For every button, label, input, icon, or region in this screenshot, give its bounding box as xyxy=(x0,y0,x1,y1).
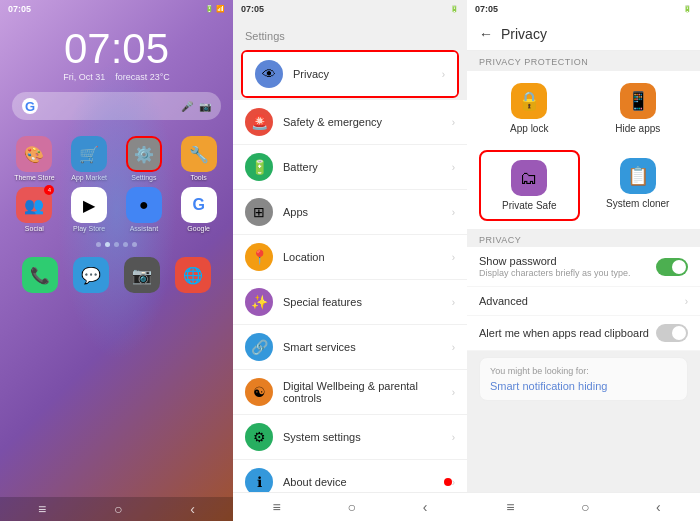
settings-safety-item[interactable]: 🚨 Safety & emergency › xyxy=(233,100,467,145)
battery-text: Battery xyxy=(283,161,452,173)
about-text: About device xyxy=(283,476,444,488)
camera-icon: 📷 xyxy=(124,257,160,293)
settings-digital-item[interactable]: ☯ Digital Wellbeing & parental controls … xyxy=(233,370,467,415)
smart-text: Smart services xyxy=(283,341,452,353)
dock-browser[interactable]: 🌐 xyxy=(175,257,211,293)
nav-back[interactable]: ‹ xyxy=(190,501,195,517)
settings-nav-home[interactable]: ○ xyxy=(348,499,356,515)
back-button[interactable]: ← xyxy=(479,26,493,42)
settings-nav: ≡ ○ ‹ xyxy=(233,492,467,521)
show-password-title: Show password xyxy=(479,255,656,267)
settings-special-item[interactable]: ✨ Special features › xyxy=(233,280,467,325)
dock-phone[interactable]: 📞 xyxy=(22,257,58,293)
home-screen: 07:05 🔋 📶 07:05 Fri, Oct 31 forecast 23°… xyxy=(0,0,233,521)
dock-camera[interactable]: 📷 xyxy=(124,257,160,293)
settings-title: Settings xyxy=(245,30,285,42)
settings-header: Settings xyxy=(233,18,467,48)
browser-icon: 🌐 xyxy=(175,257,211,293)
advanced-item[interactable]: Advanced › xyxy=(467,287,700,316)
social-badge: 4 xyxy=(44,185,54,195)
settings-nav-menu[interactable]: ≡ xyxy=(272,499,280,515)
privacy-nav-back[interactable]: ‹ xyxy=(656,499,661,515)
app-google[interactable]: G Google xyxy=(174,187,223,232)
privacy-nav-home[interactable]: ○ xyxy=(581,499,589,515)
privacy-nav: ≡ ○ ‹ xyxy=(467,492,700,521)
privacy-status-time: 07:05 xyxy=(475,4,498,14)
privacy-screen-title: Privacy xyxy=(501,26,547,42)
privacy-highlight-border: 👁 Privacy › xyxy=(241,50,459,98)
system-cloner-card[interactable]: 📋 System cloner xyxy=(588,150,689,221)
privacy-nav-menu[interactable]: ≡ xyxy=(506,499,514,515)
app-app-market[interactable]: 🛒 App Market xyxy=(65,136,114,181)
settings-smart-item[interactable]: 🔗 Smart services › xyxy=(233,325,467,370)
digital-arrow: › xyxy=(452,387,455,398)
app-theme-store[interactable]: 🎨 Theme Store xyxy=(10,136,59,181)
settings-screen: 07:05 🔋 Settings 👁 Privacy › 🚨 Safety & … xyxy=(233,0,467,521)
tools-icon: 🔧 xyxy=(181,136,217,172)
apps-arrow: › xyxy=(452,207,455,218)
location-text: Location xyxy=(283,251,452,263)
smart-arrow: › xyxy=(452,342,455,353)
settings-privacy-item[interactable]: 👁 Privacy › xyxy=(243,52,457,96)
app-tools[interactable]: 🔧 Tools xyxy=(174,136,223,181)
looking-for-section: You might be looking for: Smart notifica… xyxy=(479,357,688,401)
looking-for-item[interactable]: Smart notification hiding xyxy=(490,380,677,392)
app-social[interactable]: 👥 4 Social xyxy=(10,187,59,232)
looking-for-title: You might be looking for: xyxy=(490,366,677,376)
settings-status-icons: 🔋 xyxy=(450,5,459,13)
nav-home[interactable]: ○ xyxy=(114,501,122,517)
app-settings[interactable]: ⚙️ Settings xyxy=(120,136,169,181)
settings-system-item[interactable]: ⚙ System settings › xyxy=(233,415,467,460)
settings-apps-item[interactable]: ⊞ Apps › xyxy=(233,190,467,235)
settings-about-item[interactable]: ℹ About device › xyxy=(233,460,467,492)
hide-apps-card[interactable]: 📱 Hide apps xyxy=(588,75,689,142)
theme-store-icon: 🎨 xyxy=(16,136,52,172)
mic-icon[interactable]: 🎤 xyxy=(181,101,193,112)
show-password-toggle[interactable] xyxy=(656,258,688,276)
privacy-status-icons: 🔋 xyxy=(683,5,692,13)
google-g: G xyxy=(22,98,38,114)
app-market-label: App Market xyxy=(71,174,107,181)
privacy-section-label: PRIVACY xyxy=(467,229,700,247)
about-icon: ℹ xyxy=(245,468,273,492)
privacy-arrow: › xyxy=(442,69,445,80)
privacy-header: ← Privacy xyxy=(467,18,700,51)
special-icon: ✨ xyxy=(245,288,273,316)
app-play-store[interactable]: ▶ Play Store xyxy=(65,187,114,232)
nav-menu[interactable]: ≡ xyxy=(38,501,46,517)
settings-nav-back[interactable]: ‹ xyxy=(423,499,428,515)
advanced-content: Advanced xyxy=(479,295,685,307)
status-bar: 07:05 🔋 📶 xyxy=(0,0,233,18)
camera-search-icon[interactable]: 📷 xyxy=(199,101,211,112)
apps-text: Apps xyxy=(283,206,452,218)
clipboard-alert-title: Alert me when apps read clipboard xyxy=(479,327,656,339)
settings-battery-item[interactable]: 🔋 Battery › xyxy=(233,145,467,190)
digital-icon: ☯ xyxy=(245,378,273,406)
settings-location-item[interactable]: 📍 Location › xyxy=(233,235,467,280)
settings-battery: 🔋 xyxy=(450,5,459,13)
home-date: Fri, Oct 31 forecast 23°C xyxy=(0,72,233,82)
private-safe-card[interactable]: 🗂 Private Safe xyxy=(479,150,580,221)
dock-messages[interactable]: 💬 xyxy=(73,257,109,293)
status-icons: 🔋 📶 xyxy=(205,5,225,13)
about-arrow: › xyxy=(452,477,455,488)
privacy-battery: 🔋 xyxy=(683,5,692,13)
privacy-content: PRIVACY PROTECTION 🔒 App lock 📱 Hide app… xyxy=(467,51,700,492)
clipboard-alert-item: Alert me when apps read clipboard .toggl… xyxy=(467,316,700,351)
settings-list: 👁 Privacy › 🚨 Safety & emergency › 🔋 Bat… xyxy=(233,48,467,492)
google-label: Google xyxy=(187,225,210,232)
safety-arrow: › xyxy=(452,117,455,128)
battery-icon: 🔋 xyxy=(205,5,214,13)
tools-label: Tools xyxy=(190,174,206,181)
show-password-item: Show password Display characters briefly… xyxy=(467,247,700,287)
privacy-text: Privacy xyxy=(293,68,442,80)
social-label: Social xyxy=(25,225,44,232)
privacy-icon: 👁 xyxy=(255,60,283,88)
app-lock-card[interactable]: 🔒 App lock xyxy=(479,75,580,142)
clipboard-alert-toggle[interactable]: .toggle.off::after { right: auto; left: … xyxy=(656,324,688,342)
page-dots xyxy=(0,242,233,247)
dot-5 xyxy=(132,242,137,247)
play-store-label: Play Store xyxy=(73,225,105,232)
app-assistant[interactable]: ● Assistant xyxy=(120,187,169,232)
search-bar[interactable]: G 🎤 📷 xyxy=(12,92,221,120)
